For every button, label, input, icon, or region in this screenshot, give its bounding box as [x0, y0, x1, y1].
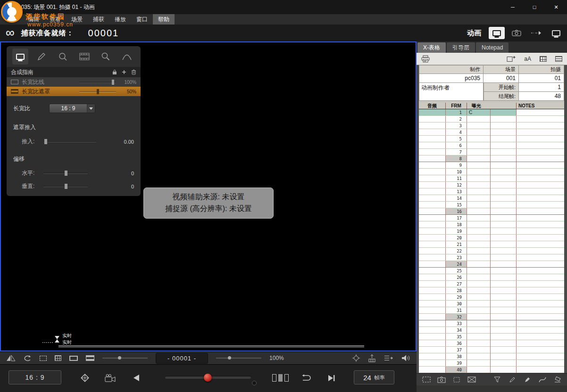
xsheet-notes-cell[interactable] [517, 109, 564, 115]
xsheet-row[interactable]: 2 [419, 116, 564, 122]
xsheet-exposure-cell[interactable] [467, 221, 517, 228]
xsheet-row[interactable]: 19 [419, 228, 564, 235]
xsheet-notes-cell[interactable] [517, 162, 564, 168]
tab-notepad[interactable]: Notepad [476, 42, 509, 53]
xsheet-row[interactable]: 14 [419, 195, 564, 202]
xsheet-audio-cell[interactable] [419, 162, 446, 168]
production-value[interactable]: pc035 [419, 74, 484, 83]
xsheet-row[interactable]: 6 [419, 142, 564, 149]
xsheet-notes-cell[interactable] [517, 261, 564, 267]
xsheet-notes-cell[interactable] [517, 320, 564, 327]
xsheet-exposure-cell[interactable] [467, 327, 517, 333]
scene-value[interactable]: 001 [484, 74, 519, 83]
xsheet-row[interactable]: 27 [419, 281, 564, 287]
xsheet-row[interactable]: 22 [419, 248, 564, 254]
xsheet-audio-cell[interactable] [419, 287, 446, 294]
xsheet-row[interactable]: 15 [419, 202, 564, 208]
xsheet-notes-cell[interactable] [517, 228, 564, 234]
frame-rate-button[interactable]: 24 帧率 [354, 370, 394, 384]
xsheet-exposure-cell[interactable] [467, 261, 517, 267]
xsheet-notes-cell[interactable] [517, 122, 564, 129]
xsheet-audio-cell[interactable] [419, 274, 446, 280]
xsheet-audio-cell[interactable] [419, 334, 446, 340]
animation-workspace-button[interactable] [489, 27, 505, 39]
xsheet-exposure-cell[interactable] [467, 248, 517, 254]
xsheet-exposure-cell[interactable] [467, 294, 517, 300]
xsheet-audio-cell[interactable] [419, 188, 446, 195]
xsheet-exposure-cell[interactable] [467, 347, 517, 353]
xsheet-notes-cell[interactable] [517, 169, 564, 175]
xsheet-row[interactable]: 13 [419, 188, 564, 195]
xsheet-exposure-cell[interactable] [467, 169, 517, 175]
xsheet-audio-cell[interactable] [419, 228, 446, 234]
xsheet-notes-cell[interactable] [517, 129, 564, 135]
xsheet-row[interactable]: 7 [419, 149, 564, 155]
xsheet-audio-cell[interactable] [419, 221, 446, 228]
select-region-button[interactable] [420, 375, 433, 384]
xsheet-exposure-cell[interactable] [467, 320, 517, 327]
xsheet-exposure-cell[interactable] [467, 228, 517, 234]
pencil-tool-button[interactable] [506, 375, 518, 384]
xsheet-notes-cell[interactable] [517, 367, 564, 373]
center-view-button[interactable] [352, 354, 360, 362]
clear-region-button[interactable] [465, 375, 478, 384]
xsheet-audio-cell[interactable] [419, 208, 446, 214]
xsheet-exposure-cell[interactable] [467, 353, 517, 359]
xsheet-notes-cell[interactable] [517, 195, 564, 201]
xsheet-exposure-cell[interactable] [467, 281, 517, 287]
opacity-slider[interactable] [79, 89, 116, 94]
guide-layer-aspect-lines[interactable]: 长宽比线 100% [7, 77, 141, 87]
previous-frame-button[interactable] [125, 369, 147, 386]
xsheet-row[interactable]: 1 C [419, 109, 564, 116]
xsheet-exposure-cell[interactable] [467, 162, 517, 168]
row-view-button[interactable] [555, 56, 562, 62]
xsheet-row[interactable]: 9 [419, 162, 564, 169]
loop-button[interactable] [294, 369, 317, 386]
playhead-knob[interactable] [204, 374, 212, 382]
xsheet-row[interactable]: 10 [419, 169, 564, 175]
xsheet-notes-cell[interactable] [517, 327, 564, 333]
hold-frames-button[interactable] [267, 369, 293, 386]
xsheet-row[interactable]: 5 [419, 136, 564, 142]
xsheet-audio-cell[interactable] [419, 281, 446, 287]
xsheet-row[interactable]: 32 [419, 314, 564, 320]
live-toggle-button[interactable] [74, 369, 96, 386]
insert-frame-button[interactable] [507, 55, 516, 62]
xsheet-audio-cell[interactable] [419, 142, 446, 148]
xsheet-row[interactable]: 24 [419, 261, 564, 268]
xsheet-notes-cell[interactable] [517, 136, 564, 142]
xsheet-row[interactable]: 25 [419, 268, 564, 274]
xsheet-audio-cell[interactable] [419, 202, 446, 208]
xsheet-row[interactable]: 37 [419, 347, 564, 353]
xsheet-exposure-cell[interactable] [467, 241, 517, 247]
xsheet-audio-cell[interactable] [419, 320, 446, 327]
xsheet-exposure-cell[interactable] [467, 155, 517, 162]
xsheet-notes-cell[interactable] [517, 307, 564, 313]
xsheet-audio-cell[interactable] [419, 367, 446, 373]
xsheet-audio-cell[interactable] [419, 241, 446, 247]
xsheet-audio-cell[interactable] [419, 149, 446, 155]
xsheet-row[interactable]: 28 [419, 287, 564, 294]
loupe-tool[interactable] [55, 49, 71, 65]
xsheet-notes-cell[interactable] [517, 340, 564, 346]
xsheet-notes-cell[interactable] [517, 287, 564, 294]
xsheet-notes-cell[interactable] [517, 155, 564, 162]
horizontal-slider[interactable] [43, 171, 88, 176]
xsheet-audio-cell[interactable] [419, 175, 446, 181]
compact-view-button[interactable] [540, 56, 547, 62]
xsheet-notes-cell[interactable] [517, 208, 564, 214]
xsheet-exposure-cell[interactable] [467, 116, 517, 122]
xsheet-notes-cell[interactable] [517, 347, 564, 353]
tab-guide-layers[interactable]: 引导层 [447, 42, 475, 53]
drawing-tool[interactable] [33, 49, 50, 65]
xsheet-audio-cell[interactable] [419, 248, 446, 254]
xsheet-notes-cell[interactable] [517, 235, 564, 241]
xsheet-notes-cell[interactable] [517, 281, 564, 287]
xsheet-audio-cell[interactable] [419, 327, 446, 333]
capture-region-button[interactable] [435, 375, 448, 384]
aspect-ratio-button[interactable]: 16 : 9 [8, 370, 61, 384]
zoom-tool[interactable] [98, 49, 114, 65]
timeline-track[interactable] [58, 345, 364, 348]
xsheet-audio-cell[interactable] [419, 307, 446, 313]
eraser-tool-button[interactable] [551, 375, 564, 384]
